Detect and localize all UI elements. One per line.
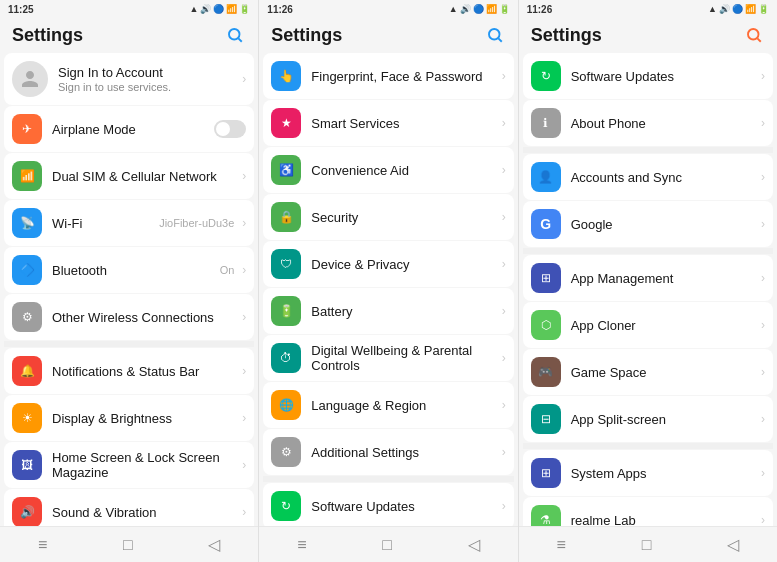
chevron-icon: › [502,69,506,83]
item-right-appcloner: › [761,318,765,332]
item-content-convenience: Convenience Aid [311,163,501,178]
settings-item-realmelab[interactable]: ⚗ realme Lab › [523,497,773,526]
item-right-privacy: › [502,257,506,271]
item-content-gamespace: Game Space [571,365,761,380]
item-icon-privacy: 🛡 [271,249,301,279]
bottom-nav-icon-1[interactable]: □ [123,536,133,554]
settings-item-privacy[interactable]: 🛡 Device & Privacy › [263,241,513,287]
settings-item-gamespace[interactable]: 🎮 Game Space › [523,349,773,395]
settings-item-additional[interactable]: ⚙ Additional Settings › [263,429,513,475]
settings-item-bluetooth[interactable]: 🔷 Bluetooth On› [4,247,254,293]
item-right-wireless: › [242,310,246,324]
item-icon-homescreen: 🖼 [12,450,42,480]
avatar [12,61,48,97]
settings-item-systemapps[interactable]: ⊞ System Apps › [523,450,773,496]
settings-item-fingerprint[interactable]: 👆 Fingerprint, Face & Password › [263,53,513,99]
panels-container: 11:25 ▲ 🔊 🔵 📶 🔋 Settings Sign In to Acco… [0,0,777,562]
settings-item-language[interactable]: 🌐 Language & Region › [263,382,513,428]
settings-item-airplane[interactable]: ✈ Airplane Mode [4,106,254,152]
chevron-icon: › [761,412,765,426]
item-content-security: Security [311,210,501,225]
item-right-display: › [242,411,246,425]
bottom-nav: ≡□◁ [519,526,777,562]
item-right-updates2: › [502,499,506,513]
chevron-icon: › [242,505,246,519]
status-bar: 11:26 ▲ 🔊 🔵 📶 🔋 [259,0,517,18]
settings-item-wellbeing[interactable]: ⏱ Digital Wellbeing & Parental Controls … [263,335,513,381]
settings-item-about[interactable]: ℹ About Phone › [523,100,773,146]
item-icon-additional: ⚙ [271,437,301,467]
chevron-icon: › [761,466,765,480]
chevron-icon: › [242,72,246,86]
settings-item-updates2[interactable]: ↻ Software Updates › [263,483,513,526]
item-label-bluetooth: Bluetooth [52,263,220,278]
settings-item-appmanagement[interactable]: ⊞ App Management › [523,255,773,301]
bottom-nav-icon-2[interactable]: ◁ [468,535,480,554]
settings-item-notifications[interactable]: 🔔 Notifications & Status Bar › [4,348,254,394]
bottom-nav-icon-1[interactable]: □ [382,536,392,554]
status-time: 11:25 [8,4,34,15]
item-label-accounts: Accounts and Sync [571,170,761,185]
panel-title: Settings [531,25,602,46]
item-icon-about: ℹ [531,108,561,138]
item-content-wifi: Wi-Fi [52,216,159,231]
settings-item-google[interactable]: G Google › [523,201,773,247]
item-label-homescreen: Home Screen & Lock Screen Magazine [52,450,242,480]
item-content-bluetooth: Bluetooth [52,263,220,278]
bottom-nav-icon-0[interactable]: ≡ [297,536,306,554]
settings-item-updates[interactable]: ↻ Software Updates › [523,53,773,99]
item-content-accounts: Accounts and Sync [571,170,761,185]
item-label-splitscreen: App Split-screen [571,412,761,427]
item-content-privacy: Device & Privacy [311,257,501,272]
search-icon[interactable] [484,24,506,46]
chevron-icon: › [761,217,765,231]
settings-item-appcloner[interactable]: ⬡ App Cloner › [523,302,773,348]
chevron-icon: › [502,304,506,318]
settings-item-wireless[interactable]: ⚙ Other Wireless Connections › [4,294,254,340]
settings-item-homescreen[interactable]: 🖼 Home Screen & Lock Screen Magazine › [4,442,254,488]
item-label-gamespace: Game Space [571,365,761,380]
item-content-language: Language & Region [311,398,501,413]
svg-line-3 [498,38,501,41]
bottom-nav-icon-0[interactable]: ≡ [38,536,47,554]
chevron-icon: › [502,398,506,412]
item-right-sound: › [242,505,246,519]
settings-item-convenience[interactable]: ♿ Convenience Aid › [263,147,513,193]
bottom-nav: ≡□◁ [259,526,517,562]
item-icon-battery: 🔋 [271,296,301,326]
search-icon[interactable] [743,24,765,46]
item-content-wireless: Other Wireless Connections [52,310,242,325]
bottom-nav-icon-2[interactable]: ◁ [727,535,739,554]
chevron-icon: › [242,458,246,472]
bottom-nav-icon-1[interactable]: □ [642,536,652,554]
settings-item-display[interactable]: ☀ Display & Brightness › [4,395,254,441]
item-value-bluetooth: On [220,264,235,276]
item-icon-gamespace: 🎮 [531,357,561,387]
search-icon[interactable] [224,24,246,46]
settings-item-sim[interactable]: 📶 Dual SIM & Cellular Network › [4,153,254,199]
item-icon-appcloner: ⬡ [531,310,561,340]
bottom-nav-icon-2[interactable]: ◁ [208,535,220,554]
account-item[interactable]: Sign In to Account Sign in to use servic… [4,53,254,105]
item-icon-convenience: ♿ [271,155,301,185]
item-label-sound: Sound & Vibration [52,505,242,520]
bottom-nav-icon-0[interactable]: ≡ [557,536,566,554]
item-right-splitscreen: › [761,412,765,426]
settings-item-accounts[interactable]: 👤 Accounts and Sync › [523,154,773,200]
item-right-systemapps: › [761,466,765,480]
item-content-sim: Dual SIM & Cellular Network [52,169,242,184]
settings-item-wifi[interactable]: 📡 Wi-Fi JioFiber-uDu3e› [4,200,254,246]
settings-item-sound[interactable]: 🔊 Sound & Vibration › [4,489,254,526]
separator [523,147,773,153]
item-label-appmanagement: App Management [571,271,761,286]
item-icon-security: 🔒 [271,202,301,232]
settings-item-smart[interactable]: ★ Smart Services › [263,100,513,146]
chevron-icon: › [761,170,765,184]
settings-item-security[interactable]: 🔒 Security › [263,194,513,240]
settings-item-battery[interactable]: 🔋 Battery › [263,288,513,334]
item-content-systemapps: System Apps [571,466,761,481]
settings-item-splitscreen[interactable]: ⊟ App Split-screen › [523,396,773,442]
chevron-icon: › [502,210,506,224]
chevron-icon: › [502,163,506,177]
toggle-airplane[interactable] [214,120,246,138]
